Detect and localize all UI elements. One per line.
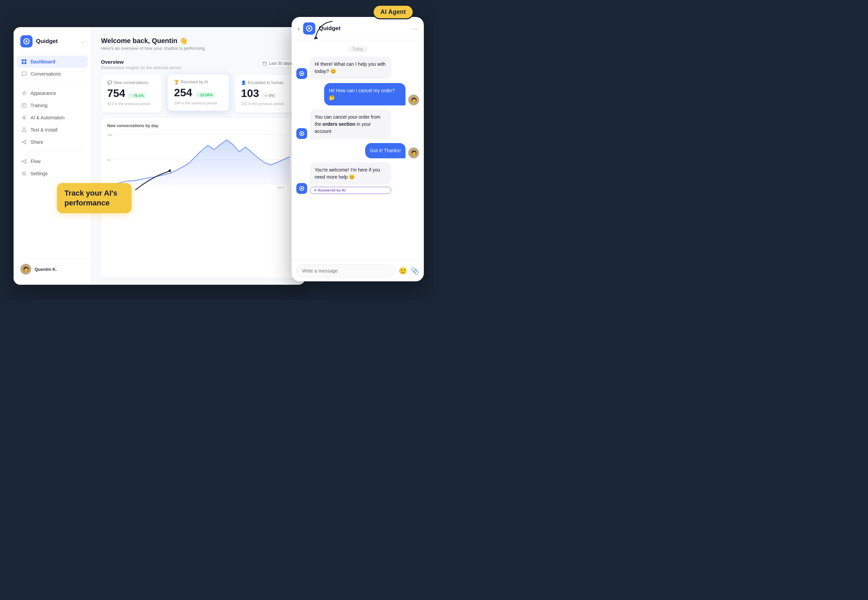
message-row: You're welcome! I'm here if you need mor…: [296, 162, 419, 194]
book-icon: [21, 102, 27, 109]
answered-by-ai-badge: ✦ Answered by AI: [310, 187, 391, 194]
svg-rect-3: [22, 59, 24, 61]
user-chat-avatar: 🧑: [408, 95, 419, 105]
track-bold: Track: [64, 189, 84, 197]
date-range-selector[interactable]: Last 30 days: [259, 59, 296, 68]
svg-point-47: [301, 188, 303, 189]
app-name: Quidget: [36, 38, 58, 45]
sidebar-item-training[interactable]: Training: [17, 99, 88, 112]
sidebar-item-flow[interactable]: Flow: [17, 155, 88, 167]
grid-icon: [21, 59, 27, 65]
flow-icon: [21, 158, 27, 164]
sidebar-item-test-install[interactable]: Test & Install: [17, 124, 88, 136]
track-arrow-svg: [132, 166, 173, 193]
sidebar-item-ai-automation[interactable]: AI & Automation: [17, 112, 88, 124]
svg-rect-27: [263, 62, 267, 65]
message-row: Hi! How can I cancel my order? 🤔 🧑: [296, 83, 419, 105]
stat-badge-escalated: — 0%: [262, 92, 277, 98]
escalated-icon: 👤: [241, 80, 246, 85]
overview-title: Overview: [101, 59, 182, 65]
sidebar-label-training: Training: [30, 103, 47, 108]
sidebar-item-share[interactable]: Share: [17, 136, 88, 148]
svg-point-18: [25, 143, 26, 144]
welcome-subtitle: Here's an overview of how your chatbot i…: [101, 46, 296, 51]
stat-badge-resolved: ↑ 22.56%: [195, 92, 215, 98]
date-range-label: Last 30 days: [269, 61, 292, 66]
user-chat-avatar-2: 🧑: [408, 147, 419, 158]
sidebar-label-settings: Settings: [30, 171, 48, 176]
sidebar-label-ai-automation: AI & Automation: [30, 115, 64, 120]
stat-card-escalated: 👤 Escalated to human 103 — 0% 103 in the…: [235, 75, 296, 112]
stat-prev-conversations: 421 in the previous period: [107, 102, 156, 106]
sidebar-label-appearance: Appearance: [30, 91, 56, 96]
sidebar-item-dashboard[interactable]: Dashboard: [17, 56, 88, 68]
bot-avatar: [296, 183, 307, 194]
svg-line-24: [23, 161, 25, 161]
svg-point-17: [22, 141, 23, 143]
svg-point-7: [23, 92, 25, 94]
resolved-icon: 🏆: [174, 80, 179, 85]
user-bubble-2: Got it! Thanks!: [365, 143, 406, 158]
sidebar-user[interactable]: 🧑 Quentin K.: [14, 259, 91, 279]
chat-more-button[interactable]: ···: [412, 25, 418, 33]
stat-value-conversations: 754: [107, 87, 125, 100]
chat-back-button[interactable]: ‹: [298, 25, 300, 32]
stat-label-escalated: 👤 Escalated to human: [241, 80, 289, 85]
bot-bubble-2: You can cancel your order from the order…: [310, 109, 391, 139]
sidebar-label-dashboard: Dashboard: [30, 59, 55, 64]
svg-text:50: 50: [107, 158, 110, 162]
chevron-icon: ⌄: [81, 39, 85, 44]
emoji-button[interactable]: 🙂: [399, 267, 407, 275]
sidebar-logo[interactable]: Quidget ⌄: [14, 35, 91, 56]
svg-point-43: [301, 73, 303, 74]
chat-body: Today Hi there! What can I help you with…: [292, 40, 424, 260]
sidebar-item-appearance[interactable]: Appearance: [17, 87, 88, 99]
svg-rect-6: [24, 62, 26, 64]
conversations-icon: 💬: [107, 80, 112, 85]
svg-marker-0: [314, 36, 318, 39]
sidebar-label-share: Share: [30, 139, 43, 145]
user-name: Quentin K.: [35, 267, 57, 272]
svg-rect-4: [24, 59, 26, 61]
svg-rect-12: [22, 103, 26, 108]
stat-label-resolved: 🏆 Resolved by AI: [174, 80, 223, 85]
stats-row: 💬 New conversations 754 ↑ 79.1% 421 in t…: [101, 75, 296, 112]
share-icon: [21, 139, 27, 145]
svg-point-45: [301, 133, 303, 135]
stat-label-conversations: 💬 New conversations: [107, 80, 156, 85]
flask-icon: [21, 127, 27, 133]
main-content: Welcome back, Quentin 👋 Here's an overvi…: [92, 27, 305, 285]
attach-button[interactable]: 📎: [411, 267, 419, 275]
stat-badge-conversations: ↑ 79.1%: [128, 92, 146, 98]
svg-text:Oct 9: Oct 9: [277, 185, 284, 188]
svg-point-2: [26, 40, 27, 42]
svg-line-20: [23, 142, 25, 143]
chat-panel: ‹ Quidget ··· Today Hi there! What can I…: [292, 17, 424, 281]
bot-avatar: [296, 68, 307, 79]
stat-value-escalated: 103: [241, 87, 259, 100]
track-callout: Track your AI's performance: [57, 183, 132, 213]
sparkle-icon: [21, 115, 27, 121]
svg-text:100: 100: [107, 133, 112, 136]
svg-point-16: [25, 140, 26, 141]
message-row: You can cancel your order from the order…: [296, 109, 419, 139]
user-bubble-1: Hi! How can I cancel my order? 🤔: [324, 83, 406, 105]
bot-bubble-3: You're welcome! I'm here if you need mor…: [310, 162, 391, 185]
ai-agent-badge: AI Agent: [373, 5, 414, 19]
sidebar-item-conversations[interactable]: Conversations: [17, 68, 88, 80]
overview-subtitle: Performance insights for the selected pe…: [101, 65, 182, 70]
chat-message-input[interactable]: [296, 264, 395, 277]
svg-line-25: [23, 162, 25, 163]
sidebar: Quidget ⌄ Dashboard Conversations: [14, 27, 92, 285]
logo-icon: [20, 35, 33, 47]
sun-icon: [21, 90, 27, 96]
dashboard-card: Quidget ⌄ Dashboard Conversations: [14, 27, 305, 285]
sidebar-item-settings[interactable]: Settings: [17, 167, 88, 180]
bot-bubble-1: Hi there! What can I help you with today…: [310, 57, 391, 79]
stat-card-resolved: 🏆 Resolved by AI 254 ↑ 22.56% 254 in the…: [167, 74, 229, 111]
svg-line-19: [23, 141, 25, 142]
stat-prev-escalated: 103 in the previous period: [241, 102, 289, 106]
sidebar-label-test-install: Test & Install: [30, 127, 57, 133]
chat-input-bar: 🙂 📎: [292, 260, 424, 281]
chat-icon: [21, 71, 27, 77]
